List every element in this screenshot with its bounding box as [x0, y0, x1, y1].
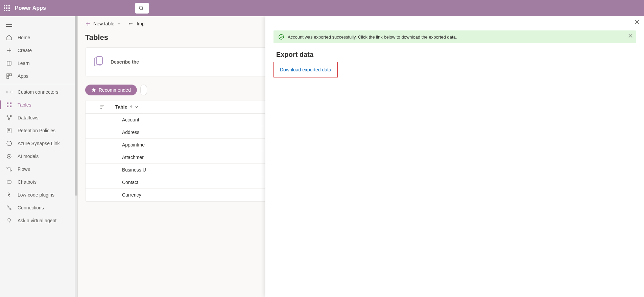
- pill-recommended[interactable]: Recommended: [85, 85, 137, 95]
- nav-retention-policies[interactable]: Retention Policies: [0, 124, 77, 137]
- download-highlight-box: Download exported data: [273, 62, 338, 77]
- svg-line-30: [8, 207, 10, 209]
- nav-label: Low-code plugins: [18, 192, 54, 198]
- column-label: Table: [115, 104, 127, 110]
- cell-tablename: Currency: [122, 192, 141, 198]
- nav-label: AI models: [18, 154, 39, 159]
- svg-rect-8: [7, 76, 9, 78]
- nav-label: Flows: [18, 166, 30, 172]
- waffle-icon[interactable]: [3, 5, 10, 12]
- nav-label: Home: [18, 35, 30, 40]
- connector-icon: [6, 89, 12, 95]
- new-table-label: New table: [93, 21, 114, 26]
- nav-create[interactable]: Create: [0, 44, 77, 57]
- dataflow-icon: [6, 115, 12, 121]
- svg-line-1: [142, 9, 143, 10]
- nav-label: Custom connectors: [18, 89, 58, 95]
- svg-point-22: [8, 156, 10, 157]
- nav-label: Tables: [18, 102, 31, 108]
- nav-dataflows[interactable]: Dataflows: [0, 111, 77, 124]
- panel-close-button[interactable]: [635, 20, 639, 24]
- plugin-icon: [6, 192, 12, 198]
- nav-tables[interactable]: Tables: [0, 98, 77, 111]
- panel-title: Export data: [276, 51, 636, 59]
- svg-point-16: [8, 119, 10, 120]
- nav-label: Ask a virtual agent: [18, 218, 56, 223]
- search-box[interactable]: [135, 3, 149, 14]
- nav-apps[interactable]: Apps: [0, 70, 77, 83]
- nav-label: Azure Synapse Link: [18, 141, 60, 146]
- chevron-down-icon: [135, 105, 138, 109]
- plus-icon: [6, 47, 12, 53]
- nav-label: Retention Policies: [18, 128, 55, 133]
- new-table-button[interactable]: New table: [85, 21, 121, 26]
- nav-plugins[interactable]: Low-code plugins: [0, 188, 77, 201]
- star-icon: [91, 88, 96, 92]
- cell-tablename: Address: [122, 130, 139, 135]
- search-icon: [139, 5, 144, 11]
- svg-rect-7: [9, 74, 11, 76]
- policy-icon: [6, 128, 12, 134]
- cell-tablename: Attachmer: [122, 155, 144, 160]
- pill-more[interactable]: [140, 85, 147, 95]
- nav-synapse-link[interactable]: Azure Synapse Link: [0, 137, 77, 150]
- download-link[interactable]: Download exported data: [280, 67, 331, 72]
- close-icon: [628, 34, 633, 38]
- cell-tablename: Appointme: [122, 142, 145, 147]
- sidebar: Home Create Learn Apps Custom connectors…: [0, 16, 78, 297]
- nav-label: Learn: [18, 61, 30, 66]
- copilot-icon: [92, 56, 104, 68]
- nav-custom-connectors[interactable]: Custom connectors: [0, 86, 77, 98]
- svg-rect-6: [7, 74, 9, 76]
- chatbot-icon: [6, 179, 12, 185]
- sort-icon[interactable]: [92, 104, 105, 110]
- nav-chatbots[interactable]: Chatbots: [0, 176, 77, 188]
- cell-tablename: Account: [122, 117, 139, 122]
- column-table[interactable]: Table: [115, 104, 138, 110]
- nav-ai-models[interactable]: AI models: [0, 150, 77, 163]
- plus-icon: [85, 21, 91, 26]
- svg-rect-36: [96, 56, 102, 65]
- svg-point-28: [7, 206, 8, 207]
- cell-tablename: Business U: [122, 167, 146, 173]
- nav-label: Apps: [18, 73, 28, 79]
- ai-icon: [6, 153, 12, 159]
- notice-close-button[interactable]: [628, 34, 633, 38]
- nav-label: Connections: [18, 205, 44, 210]
- nav-virtual-agent[interactable]: Ask a virtual agent: [0, 214, 77, 227]
- svg-rect-11: [10, 102, 11, 104]
- app-title: Power Apps: [15, 5, 46, 11]
- svg-rect-10: [7, 102, 8, 104]
- synapse-icon: [6, 140, 12, 146]
- nav-divider: [0, 84, 77, 84]
- svg-point-26: [8, 182, 9, 182]
- book-icon: [6, 60, 12, 66]
- nav-flows[interactable]: Flows: [0, 163, 77, 176]
- nav-label: Create: [18, 48, 32, 53]
- nav-connections[interactable]: Connections: [0, 201, 77, 214]
- success-notice: Account was exported successfully. Click…: [273, 30, 636, 43]
- cell-tablename: Contact: [122, 180, 138, 185]
- svg-point-27: [9, 182, 10, 182]
- agent-icon: [6, 218, 12, 224]
- arrow-up-icon: [129, 105, 133, 109]
- import-label: Imp: [137, 21, 144, 26]
- svg-point-23: [7, 167, 8, 168]
- import-button[interactable]: Imp: [128, 21, 144, 26]
- app-header: Power Apps: [0, 0, 644, 16]
- svg-point-42: [279, 35, 284, 39]
- hamburger-icon[interactable]: [0, 16, 77, 31]
- nav-learn[interactable]: Learn: [0, 57, 77, 70]
- sidebar-scrollbar-thumb[interactable]: [75, 16, 77, 196]
- svg-point-31: [8, 219, 10, 221]
- apps-icon: [6, 73, 12, 79]
- svg-point-0: [139, 6, 143, 9]
- import-icon: [128, 21, 134, 26]
- svg-point-29: [10, 208, 11, 210]
- check-circle-icon: [278, 34, 284, 40]
- notice-text: Account was exported successfully. Click…: [288, 35, 457, 40]
- export-panel: Account was exported successfully. Click…: [265, 16, 644, 297]
- nav-label: Dataflows: [18, 115, 38, 120]
- nav-home[interactable]: Home: [0, 31, 77, 44]
- flow-icon: [6, 166, 12, 172]
